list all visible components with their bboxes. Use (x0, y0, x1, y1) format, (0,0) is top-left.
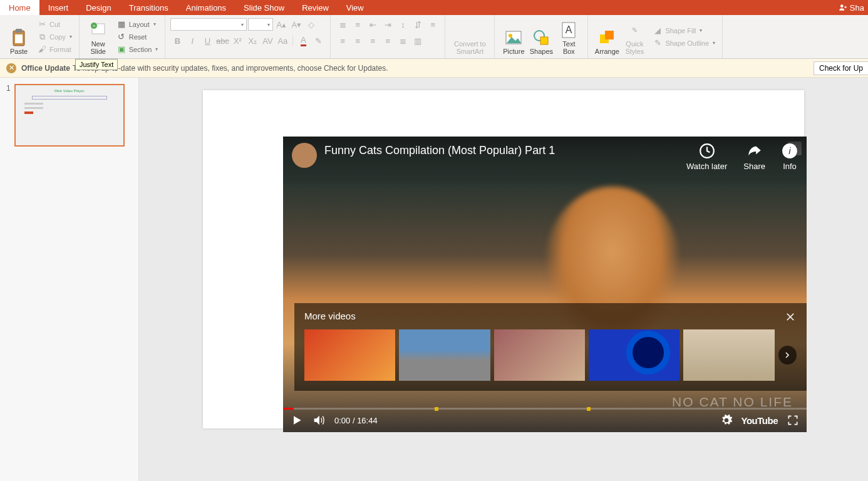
font-family-select[interactable]: ▾ (170, 18, 247, 31)
bullets-button[interactable]: ≣ (336, 18, 349, 31)
play-icon (291, 414, 303, 427)
columns-button[interactable]: ▥ (411, 34, 425, 48)
play-button[interactable] (291, 414, 303, 427)
svg-text:+: + (92, 23, 95, 29)
arrange-button[interactable]: Arrange (593, 18, 621, 55)
copy-button[interactable]: ⧉Copy▾ (35, 31, 74, 43)
picture-button[interactable]: Picture (500, 18, 527, 55)
more-videos-label: More videos (304, 311, 356, 323)
justify-button[interactable]: ≡ (381, 34, 395, 48)
update-notification-bar: ✕ Office Update To keep up-to-date with … (0, 59, 868, 78)
check-updates-button[interactable]: Check for Up (814, 61, 868, 75)
font-color-button[interactable]: A (296, 34, 310, 48)
fullscreen-button[interactable] (787, 414, 799, 427)
new-slide-button[interactable]: + New Slide (85, 18, 112, 55)
more-videos-panel: More videos (294, 303, 807, 391)
bucket-icon: ◢ (653, 26, 663, 36)
slide-thumbnail-pane[interactable]: 1 Web Video Player (0, 78, 139, 481)
clear-format-button[interactable]: ◇ (304, 18, 318, 31)
suggested-video-3[interactable] (494, 329, 585, 381)
suggested-video-5[interactable] (683, 329, 774, 381)
info-icon: i (782, 143, 798, 159)
quick-styles-button[interactable]: ✎ Quick Styles (621, 18, 648, 55)
tab-view[interactable]: View (338, 0, 373, 15)
shape-fill-button[interactable]: ◢Shape Fill▾ (651, 25, 717, 36)
svg-text:A: A (566, 24, 572, 35)
new-slide-icon: + (90, 22, 106, 38)
tab-insert[interactable]: Insert (39, 0, 78, 15)
tab-animations[interactable]: Animations (177, 0, 235, 15)
tab-transitions[interactable]: Transitions (120, 0, 177, 15)
volume-button[interactable] (312, 413, 326, 427)
suggested-video-4[interactable] (589, 329, 679, 381)
channel-avatar[interactable] (292, 143, 317, 168)
slide-thumbnail-1[interactable]: Web Video Player (14, 84, 125, 147)
align-center-button[interactable]: ≡ (351, 34, 364, 48)
highlight-button[interactable]: ✎ (311, 34, 325, 48)
embedded-video[interactable]: i Funny Cats Compilation (Most Popular) … (283, 137, 807, 432)
video-title[interactable]: Funny Cats Compilation (Most Popular) Pa… (324, 143, 686, 157)
tab-review[interactable]: Review (293, 0, 338, 15)
format-painter-button[interactable]: 🖌Format (35, 44, 74, 55)
share-person-icon (839, 3, 847, 12)
decrease-indent-button[interactable]: ⇤ (366, 18, 380, 31)
reset-button[interactable]: ↺Reset (115, 31, 160, 43)
slide[interactable]: i Funny Cats Compilation (Most Popular) … (203, 90, 804, 428)
increase-indent-button[interactable]: ⇥ (381, 18, 395, 31)
close-icon (785, 311, 796, 323)
settings-button[interactable] (720, 414, 733, 427)
share-arrow-icon (747, 143, 763, 159)
quick-styles-icon: ✎ (626, 21, 643, 39)
info-button[interactable]: i Info (782, 143, 798, 171)
align-left-button[interactable]: ≡ (336, 34, 349, 48)
svg-rect-2 (16, 29, 22, 33)
clipboard-icon (11, 28, 27, 47)
workspace: 1 Web Video Player i Funny Cats Compilat… (0, 78, 868, 481)
update-title: Office Update (21, 64, 70, 73)
superscript-button[interactable]: X² (230, 34, 244, 48)
arrange-icon (599, 29, 615, 46)
share-button[interactable]: Sha (835, 0, 868, 15)
suggested-video-1[interactable] (304, 329, 395, 381)
grow-font-button[interactable]: A▴ (274, 18, 288, 31)
scissors-icon: ✂ (37, 19, 47, 29)
convert-smartart-button[interactable]: Convert to SmartArt (450, 18, 489, 55)
watch-later-button[interactable]: Watch later (686, 143, 727, 171)
text-direction-button[interactable]: ⇵ (411, 18, 425, 31)
italic-button[interactable]: I (185, 34, 199, 48)
shrink-font-button[interactable]: A▾ (289, 18, 303, 31)
suggested-video-2[interactable] (399, 329, 490, 381)
font-size-select[interactable]: ▾ (248, 18, 273, 31)
video-time: 0:00 / 16:44 (334, 416, 378, 425)
bold-button[interactable]: B (170, 34, 184, 48)
tab-design[interactable]: Design (77, 0, 120, 15)
textbox-button[interactable]: A Text Box (555, 18, 582, 55)
shape-outline-button[interactable]: ✎Shape Outline▾ (651, 38, 717, 49)
next-suggestions-button[interactable] (778, 346, 797, 365)
distribute-button[interactable]: ≣ (396, 34, 410, 48)
slide-number: 1 (6, 84, 11, 147)
underline-button[interactable]: U (200, 34, 214, 48)
tab-home[interactable]: Home (0, 0, 39, 15)
cut-button[interactable]: ✂Cut (35, 19, 74, 30)
tab-slideshow[interactable]: Slide Show (235, 0, 293, 15)
slide-canvas[interactable]: i Funny Cats Compilation (Most Popular) … (139, 78, 868, 481)
align-right-button[interactable]: ≡ (366, 34, 380, 48)
layout-button[interactable]: ▦Layout▾ (115, 19, 160, 30)
close-more-videos-button[interactable] (784, 311, 797, 323)
change-case-button[interactable]: Aa (276, 34, 289, 48)
close-notification-icon[interactable]: ✕ (6, 63, 16, 73)
subscript-button[interactable]: X₂ (245, 34, 259, 48)
youtube-logo[interactable]: YouTube (741, 415, 778, 426)
line-spacing-button[interactable]: ↕ (396, 18, 410, 31)
svg-rect-14 (605, 31, 614, 39)
reset-icon: ↺ (116, 32, 127, 42)
section-button[interactable]: ▣Section▾ (115, 44, 160, 55)
shapes-button[interactable]: Shapes (527, 18, 555, 55)
strike-button[interactable]: abc (215, 34, 229, 48)
share-button[interactable]: Share (743, 143, 765, 171)
char-spacing-button[interactable]: AV (261, 34, 274, 48)
numbering-button[interactable]: ≡ (351, 18, 364, 31)
align-text-button[interactable]: ≡ (426, 18, 440, 31)
paste-button[interactable]: Paste (5, 18, 33, 55)
